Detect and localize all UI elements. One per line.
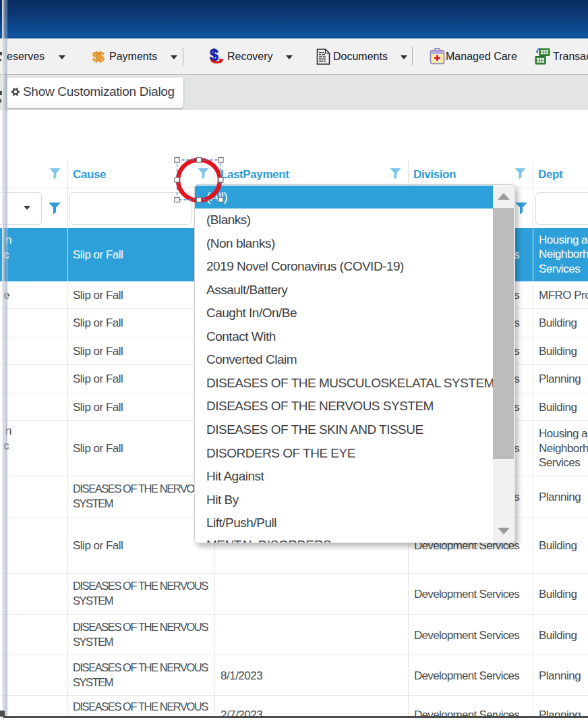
svg-text:$: $ <box>97 49 105 64</box>
